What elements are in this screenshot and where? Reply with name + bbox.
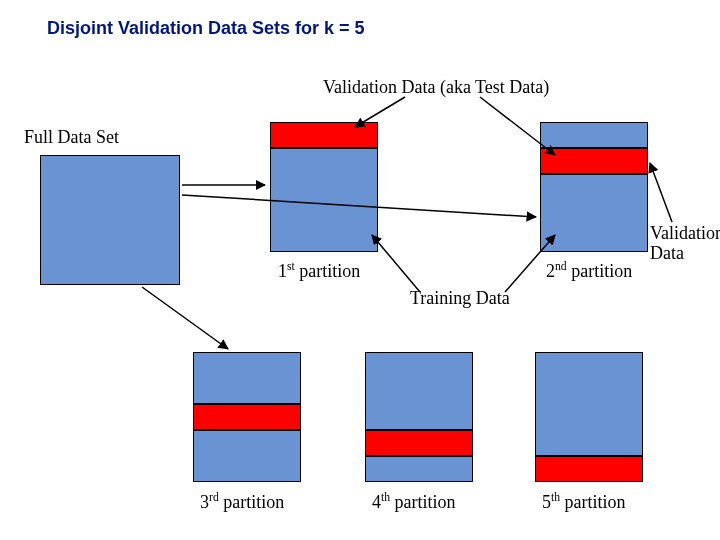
partition-3-validation [193,404,301,430]
partition-2-train-b [540,174,648,252]
partition-4-train-a [365,352,473,430]
partition-2-validation [540,148,648,174]
partition-3-train-b [193,430,301,482]
partition-4-label: 4th partition [372,492,456,513]
partition-5-label: 5th partition [542,492,626,513]
arrow-training-to-p1 [372,235,420,292]
partition-4-train-b [365,456,473,482]
partition-2 [540,122,648,252]
partition-2-label: 2nd partition [546,261,632,282]
partition-3-label: 3rd partition [200,492,284,513]
validation-data-side-label: Validation Data [650,224,720,264]
arrow-full-to-p3 [142,287,228,349]
validation-header-label: Validation Data (aka Test Data) [323,77,549,98]
partition-1 [270,122,378,252]
partition-5-train [535,352,643,456]
partition-3 [193,352,301,482]
full-data-set-label: Full Data Set [24,127,119,148]
full-data-set-block [40,155,180,285]
partition-1-validation [270,122,378,148]
arrow-side-validation-to-p2 [650,163,672,222]
partition-4 [365,352,473,482]
partition-5-validation [535,456,643,482]
partition-1-train [270,148,378,252]
partition-1-label: 1st partition [278,261,360,282]
partition-4-validation [365,430,473,456]
training-data-label: Training Data [410,288,510,309]
partition-3-train-a [193,352,301,404]
partition-2-train-a [540,122,648,148]
partition-5 [535,352,643,482]
slide-title: Disjoint Validation Data Sets for k = 5 [47,18,365,39]
